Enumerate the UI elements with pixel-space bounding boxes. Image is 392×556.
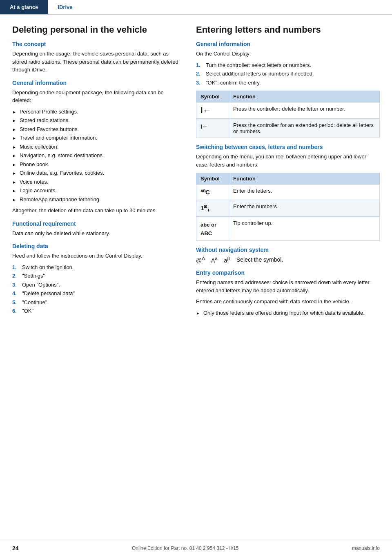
list-item: 3.Open "Options".: [12, 281, 184, 289]
right-column: Entering letters and numbers General inf…: [196, 24, 380, 320]
table-row: I← Press the controller: delete the lett…: [196, 102, 380, 119]
col-symbol-1: Symbol: [196, 91, 229, 102]
symbol-table-2: Symbol Function ᴬᴮC Enter the letters. 1…: [196, 173, 380, 241]
bullet-arrow: ►: [12, 118, 16, 124]
nav-item2-label: iDrive: [58, 4, 72, 10]
concept-heading: The concept: [12, 41, 184, 47]
altogether-text: Altogether, the deletion of the data can…: [12, 207, 184, 215]
bullet-arrow: ►: [12, 153, 16, 159]
symbol-cell: abc or ABC: [196, 217, 229, 241]
symbol-cell: 1◙+: [196, 200, 229, 217]
list-item: ►Navigation, e.g. stored destinations.: [12, 151, 184, 160]
list-item: ►Voice notes.: [12, 178, 184, 186]
left-main-title: Deleting personal in the vehicle: [12, 24, 184, 35]
functional-req-text: Data can only be deleted while stationar…: [12, 229, 184, 238]
entry-comparison-heading: Entry comparison: [196, 269, 380, 276]
list-item: 2.Select additional letters or numbers i…: [196, 70, 380, 78]
list-item: ►Stored Favorites buttons.: [12, 125, 184, 133]
general-info-text-right: On the Control Display:: [196, 50, 380, 58]
steps-list-right: 1.Turn the controller: select letters or…: [196, 61, 380, 87]
without-nav-symbols: @A Aa aβ Select the symbol.: [196, 256, 380, 264]
top-nav: At a glance iDrive: [0, 0, 392, 15]
concept-text: Depending on the usage, the vehicle save…: [12, 50, 184, 74]
nav-at-a-glance[interactable]: At a glance: [0, 0, 48, 14]
bullet-arrow: ►: [12, 144, 16, 150]
col-function-1: Function: [229, 91, 380, 102]
function-cell: Enter the letters.: [229, 185, 380, 200]
list-item: 3."OK": confirm the entry.: [196, 79, 380, 87]
bullet-arrow: ►: [12, 170, 16, 176]
bullet-arrow: ►: [12, 188, 16, 194]
left-column: Deleting personal in the vehicle The con…: [12, 24, 184, 320]
list-item: ►RemoteApp smartphone tethering.: [12, 196, 184, 204]
list-item: ►Personal Profile settings.: [12, 108, 184, 116]
list-item: ►Stored radio stations.: [12, 116, 184, 125]
general-info-text-left: Depending on the equipment package, the …: [12, 89, 184, 105]
function-cell: Enter the numbers.: [229, 200, 380, 217]
bullet-arrow: ►: [12, 179, 16, 185]
bullet-list: ►Personal Profile settings. ►Stored radi…: [12, 108, 184, 204]
right-main-title: Entering letters and numbers: [196, 24, 380, 35]
bullet-arrow: ►: [196, 310, 200, 316]
without-nav-section: Without navigation system @A Aa aβ Selec…: [196, 247, 380, 264]
main-content: Deleting personal in the vehicle The con…: [0, 15, 392, 345]
switching-heading: Switching between cases, letters and num…: [196, 144, 380, 150]
nav-item1-label: At a glance: [10, 4, 38, 10]
deleting-data-heading: Deleting data: [12, 243, 184, 249]
list-item: 1.Switch on the ignition.: [12, 263, 184, 271]
entry-comparison-bullet: Only those letters are offered during in…: [203, 309, 365, 317]
table-row: ᴬᴮC Enter the letters.: [196, 185, 380, 200]
list-item: 4."Delete personal data": [12, 289, 184, 298]
steps-list-left: 1.Switch on the ignition. 2."Settings" 3…: [12, 263, 184, 315]
col-function-2: Function: [229, 173, 380, 185]
entry-comparison-text2: Entries are continuously compared with d…: [196, 298, 380, 306]
function-cell: Press the controller: delete the letter …: [229, 102, 380, 119]
bullet-arrow: ►: [12, 162, 16, 168]
list-item: ►Travel and computer information.: [12, 134, 184, 142]
general-info-heading-left: General information: [12, 80, 184, 86]
without-nav-heading: Without navigation system: [196, 247, 380, 253]
bullet-arrow: ►: [12, 135, 16, 141]
footer: 24 Online Edition for Part no. 01 40 2 9…: [0, 540, 392, 556]
symbol-table-1: Symbol Function I← Press the controller:…: [196, 91, 380, 138]
list-item: ►Online data, e.g. Favorites, cookies.: [12, 169, 184, 177]
function-cell: Press the controller for an extended per…: [229, 119, 380, 138]
page-number: 24: [12, 545, 19, 552]
list-item: ►Phone book.: [12, 160, 184, 169]
symbol-cell: I←: [196, 119, 229, 138]
entry-comparison-text1: Entering names and addresses: choice is …: [196, 278, 380, 294]
entry-comparison-bullets: ► Only those letters are offered during …: [196, 309, 380, 317]
footer-right: manuals.info: [352, 545, 380, 551]
symbol-cell: I←: [196, 102, 229, 119]
bullet-arrow: ►: [12, 197, 16, 203]
table-row: I← Press the controller for an extended …: [196, 119, 380, 138]
list-item: 2."Settings": [12, 272, 184, 280]
bullet-arrow: ►: [12, 109, 16, 115]
symbol-cell: ᴬᴮC: [196, 185, 229, 200]
footer-text: Online Edition for Part no. 01 40 2 954 …: [132, 545, 239, 551]
switching-text: Depending on the menu, you can reel betw…: [196, 153, 380, 169]
list-item: 5."Continue": [12, 298, 184, 307]
bullet-arrow: ►: [12, 127, 16, 133]
list-item: ►Music collection.: [12, 143, 184, 151]
table-row: 1◙+ Enter the numbers.: [196, 200, 380, 217]
col-symbol-2: Symbol: [196, 173, 229, 185]
list-item: ►Login accounts.: [12, 187, 184, 195]
general-info-heading-right: General information: [196, 41, 380, 47]
list-item: ► Only those letters are offered during …: [196, 309, 380, 317]
function-cell: Tip controller up.: [229, 217, 380, 241]
list-item: 6."OK": [12, 307, 184, 315]
list-item: 1.Turn the controller: select letters or…: [196, 61, 380, 69]
table-row: abc or ABC Tip controller up.: [196, 217, 380, 241]
nav-idrive[interactable]: iDrive: [48, 0, 82, 14]
deleting-data-text: Heed and follow the instructions on the …: [12, 252, 184, 260]
functional-req-heading: Functional requirement: [12, 220, 184, 227]
